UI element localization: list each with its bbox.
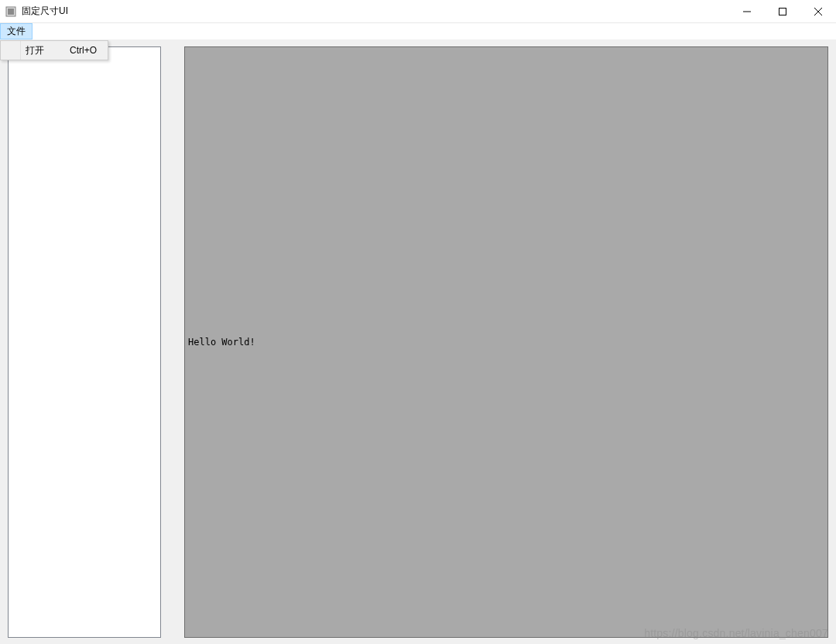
titlebar: 固定尺寸UI [0, 0, 836, 23]
content-text: Hello World! [185, 337, 255, 348]
menu-file-dropdown: 打开 Ctrl+O [0, 40, 108, 60]
window-title: 固定尺寸UI [22, 5, 68, 18]
svg-rect-3 [779, 9, 786, 15]
menubar: 文件 [0, 23, 836, 40]
window-controls [729, 0, 836, 23]
app-icon [5, 5, 17, 18]
minimize-button[interactable] [729, 0, 765, 23]
menu-file-label: 文件 [7, 25, 26, 38]
svg-rect-1 [8, 9, 14, 15]
close-button[interactable] [800, 0, 836, 23]
menu-item-open-shortcut: Ctrl+O [70, 45, 97, 56]
menu-item-open-label: 打开 [26, 44, 44, 57]
client-area: Hello World! [0, 40, 836, 644]
left-panel [8, 46, 161, 638]
menu-item-open[interactable]: 打开 Ctrl+O [1, 41, 108, 60]
menu-file[interactable]: 文件 [0, 23, 33, 39]
right-panel: Hello World! [184, 46, 828, 638]
maximize-button[interactable] [765, 0, 800, 23]
